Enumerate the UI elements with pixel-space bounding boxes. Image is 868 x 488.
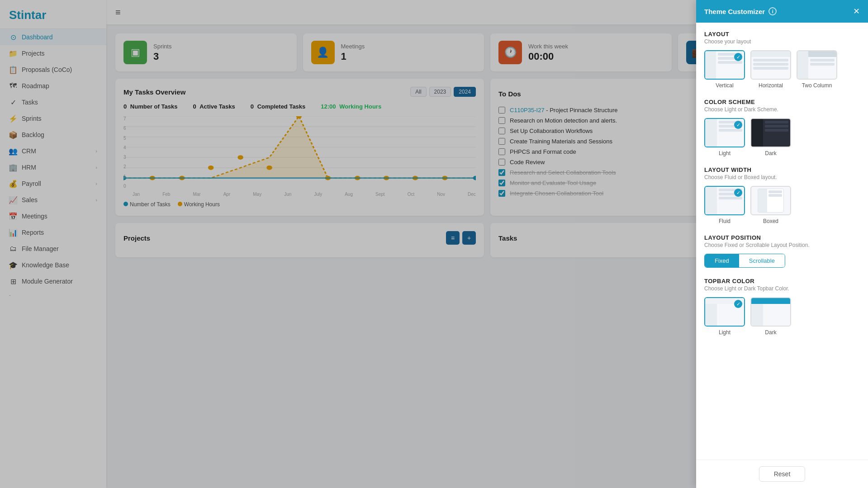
horizontal-thumb <box>750 50 791 80</box>
topbar-light-label: Light <box>719 329 730 336</box>
preview-sidebar <box>705 187 717 214</box>
theme-footer: Reset <box>696 460 868 488</box>
preview-line <box>810 63 835 66</box>
selected-check: ✓ <box>734 121 742 129</box>
color-scheme-title: COLOR SCHEME <box>704 99 860 105</box>
preview-main <box>763 119 790 147</box>
two-column-preview <box>797 51 836 79</box>
color-scheme-section: COLOR SCHEME Choose Light or Dark Scheme… <box>704 99 860 156</box>
topbar-light-thumb: ✓ <box>704 297 745 327</box>
preview-line <box>810 59 835 62</box>
boxed-preview <box>751 187 790 214</box>
fixed-position-button[interactable]: Fixed <box>705 254 739 267</box>
topbar-color-sub: Choose Light or Dark Topbar Color. <box>704 285 860 292</box>
preview-sidebar <box>751 304 763 326</box>
layout-position-title: LAYOUT POSITION <box>704 234 860 241</box>
preview-line <box>753 59 788 62</box>
color-options: ✓ Light <box>704 118 860 156</box>
fluid-label: Fluid <box>719 218 730 224</box>
preview-sidebar <box>751 119 763 147</box>
preview-line <box>768 194 783 197</box>
preview-line <box>768 190 783 193</box>
width-option-boxed[interactable]: Boxed <box>750 186 791 224</box>
preview-main <box>763 304 790 326</box>
dark-color-thumb <box>750 118 791 147</box>
topbar-color-options: ✓ Light <box>704 297 860 336</box>
color-option-dark[interactable]: Dark <box>750 118 791 156</box>
theme-title: Theme Customizer i <box>704 7 777 15</box>
layout-width-sub: Choose Fluid or Boxed layout. <box>704 174 860 180</box>
preview-sidebar <box>705 51 716 79</box>
layout-position-section: LAYOUT POSITION Choose Fixed or Scrollab… <box>704 234 860 268</box>
preview-sidebar <box>758 189 767 212</box>
scrollable-position-button[interactable]: Scrollable <box>739 254 785 267</box>
preview-sidebar <box>705 304 717 326</box>
preview-line <box>719 197 742 199</box>
preview-body <box>751 304 790 326</box>
layout-section-sub: Choose your layout <box>704 38 860 45</box>
reset-button[interactable]: Reset <box>759 466 806 482</box>
two-column-label: Two Column <box>802 82 832 89</box>
preview-line <box>765 129 788 132</box>
horizontal-preview <box>751 51 790 79</box>
fluid-thumb: ✓ <box>704 186 745 215</box>
topbar-color-light-option[interactable]: ✓ Light <box>704 297 745 336</box>
preview-right <box>808 51 836 79</box>
topbar-dark-thumb <box>750 297 791 327</box>
topbar-dark-preview <box>751 298 790 326</box>
color-scheme-sub: Choose Light or Dark Scheme. <box>704 106 860 113</box>
preview-line <box>765 121 788 123</box>
preview-line <box>719 129 742 132</box>
vertical-label: Vertical <box>716 82 733 89</box>
light-label: Light <box>719 150 730 156</box>
topbar-dark-label: Dark <box>765 329 776 336</box>
preview-topbar <box>751 298 790 304</box>
light-color-thumb: ✓ <box>704 118 745 147</box>
preview-topbar <box>751 51 790 57</box>
boxed-thumb <box>750 186 791 215</box>
preview-left-sidebar <box>797 51 808 79</box>
layout-option-vertical[interactable]: ✓ Vertical <box>704 50 745 89</box>
layout-section-title: LAYOUT <box>704 31 860 38</box>
layout-options: ✓ Vertical <box>704 50 860 89</box>
boxed-label: Boxed <box>763 218 778 224</box>
topbar-color-title: TOPBAR COLOR <box>704 278 860 284</box>
layout-section: LAYOUT Choose your layout ✓ <box>704 31 860 89</box>
layout-option-two-column[interactable]: Two Column <box>797 50 837 89</box>
horizontal-label: Horizontal <box>759 82 783 89</box>
info-icon: i <box>768 7 777 15</box>
two-column-thumb <box>797 50 837 80</box>
preview-line <box>753 63 788 66</box>
layout-width-title: LAYOUT WIDTH <box>704 166 860 173</box>
preview-line <box>753 67 788 70</box>
preview-topbar <box>808 51 836 57</box>
color-option-light[interactable]: ✓ Light <box>704 118 745 156</box>
preview-body <box>808 57 836 79</box>
preview-main <box>751 57 790 79</box>
selected-check: ✓ <box>734 53 742 61</box>
layout-width-section: LAYOUT WIDTH Choose Fluid or Boxed layou… <box>704 166 860 224</box>
theme-body: LAYOUT Choose your layout ✓ <box>696 23 868 460</box>
vertical-thumb: ✓ <box>704 50 745 80</box>
layout-position-sub: Choose Fixed or Scrollable Layout Positi… <box>704 242 860 248</box>
topbar-color-section: TOPBAR COLOR Choose Light or Dark Topbar… <box>704 278 860 336</box>
selected-check: ✓ <box>734 300 742 308</box>
topbar-color-dark-option[interactable]: Dark <box>750 297 791 336</box>
dark-preview <box>751 119 790 147</box>
preview-line <box>718 61 742 64</box>
theme-close-button[interactable]: ✕ <box>853 6 860 16</box>
dark-label: Dark <box>765 150 776 156</box>
theme-customizer-panel: Theme Customizer i ✕ LAYOUT Choose your … <box>696 0 868 488</box>
width-options: ✓ Fluid <box>704 186 860 224</box>
preview-sidebar <box>705 119 717 147</box>
theme-title-text: Theme Customizer <box>704 8 765 15</box>
position-toggle: Fixed Scrollable <box>704 254 785 268</box>
selected-check: ✓ <box>734 189 742 197</box>
width-option-fluid[interactable]: ✓ Fluid <box>704 186 745 224</box>
preview-main <box>767 189 784 212</box>
boxed-content <box>758 189 784 213</box>
preview-line <box>765 125 788 128</box>
theme-header: Theme Customizer i ✕ <box>696 0 868 23</box>
layout-option-horizontal[interactable]: Horizontal <box>750 50 791 89</box>
